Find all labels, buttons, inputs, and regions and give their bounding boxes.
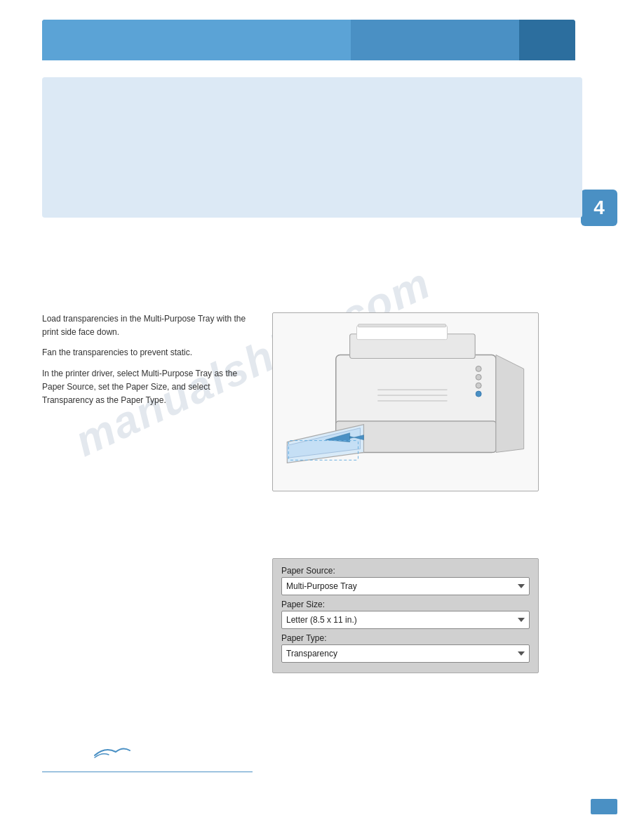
paper-size-label: Paper Size: bbox=[281, 600, 530, 609]
page-number-badge bbox=[591, 799, 617, 814]
header-tab bbox=[42, 20, 351, 60]
bird-decoration bbox=[91, 745, 133, 762]
paper-source-label: Paper Source: bbox=[281, 566, 530, 576]
paper-source-arrow-icon bbox=[518, 584, 525, 588]
paper-type-arrow-icon bbox=[518, 651, 525, 656]
header-bar bbox=[42, 20, 575, 60]
bottom-decorative-line bbox=[42, 772, 253, 772]
printer-svg bbox=[273, 313, 538, 491]
printer-illustration bbox=[272, 312, 539, 491]
svg-point-8 bbox=[476, 391, 481, 397]
paper-source-dropdown[interactable]: Multi-Purpose Tray bbox=[281, 577, 530, 595]
left-para-1: Load transparencies in the Multi-Purpose… bbox=[42, 312, 253, 339]
paper-type-value: Transparency bbox=[286, 649, 337, 658]
paper-source-value: Multi-Purpose Tray bbox=[286, 581, 357, 591]
chapter-number: 4 bbox=[593, 197, 605, 219]
paper-type-dropdown[interactable]: Transparency bbox=[281, 644, 530, 663]
info-box bbox=[42, 77, 582, 218]
paper-size-value: Letter (8.5 x 11 in.) bbox=[286, 615, 357, 625]
svg-point-5 bbox=[476, 366, 481, 371]
header-right-accent bbox=[519, 20, 575, 60]
left-text-area: Load transparencies in the Multi-Purpose… bbox=[42, 312, 253, 414]
svg-rect-3 bbox=[358, 324, 446, 327]
paper-size-arrow-icon bbox=[518, 618, 525, 622]
svg-point-7 bbox=[476, 383, 481, 388]
svg-marker-13 bbox=[496, 355, 524, 453]
paper-size-dropdown[interactable]: Letter (8.5 x 11 in.) bbox=[281, 611, 530, 629]
left-para-2: Fan the transparencies to prevent static… bbox=[42, 346, 253, 359]
paper-type-label: Paper Type: bbox=[281, 633, 530, 643]
left-para-3: In the printer driver, select Multi-Purp… bbox=[42, 367, 253, 408]
chapter-badge: 4 bbox=[581, 190, 617, 226]
svg-rect-2 bbox=[357, 326, 448, 340]
settings-panel: Paper Source: Multi-Purpose Tray Paper S… bbox=[272, 558, 539, 673]
svg-point-6 bbox=[476, 374, 481, 380]
bird-svg bbox=[91, 745, 133, 762]
